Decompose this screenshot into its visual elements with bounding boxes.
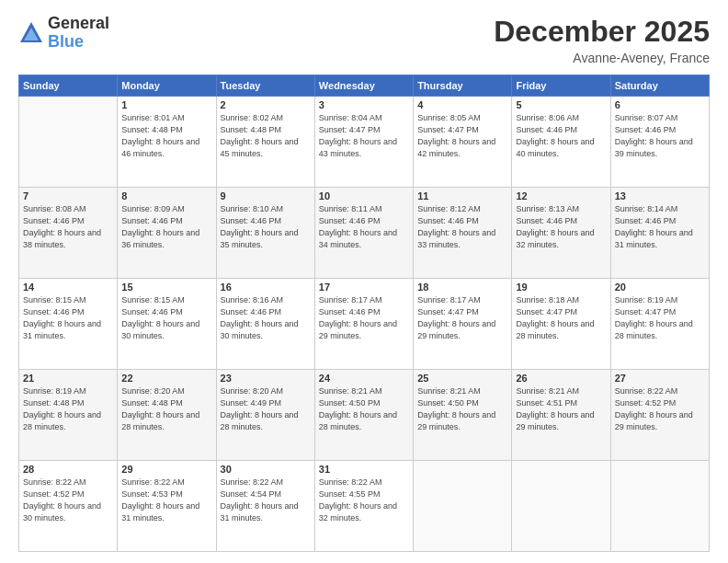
- day-number: 21: [23, 373, 113, 384]
- calendar-cell: 30Sunrise: 8:22 AMSunset: 4:54 PMDayligh…: [216, 461, 314, 552]
- day-number: 29: [121, 464, 211, 475]
- day-info: Sunrise: 8:22 AMSunset: 4:52 PMDaylight:…: [615, 385, 705, 433]
- day-info: Sunrise: 8:01 AMSunset: 4:48 PMDaylight:…: [121, 112, 211, 160]
- calendar-cell: 23Sunrise: 8:20 AMSunset: 4:49 PMDayligh…: [216, 370, 314, 461]
- weekday-header-wednesday: Wednesday: [314, 75, 413, 97]
- calendar-cell: 19Sunrise: 8:18 AMSunset: 4:47 PMDayligh…: [512, 279, 610, 370]
- day-info: Sunrise: 8:09 AMSunset: 4:46 PMDaylight:…: [121, 203, 211, 251]
- weekday-header-friday: Friday: [512, 75, 610, 97]
- day-info: Sunrise: 8:21 AMSunset: 4:51 PMDaylight:…: [516, 385, 606, 433]
- day-number: 5: [516, 99, 606, 110]
- day-number: 4: [417, 99, 507, 110]
- month-title: December 2025: [494, 15, 710, 49]
- day-number: 25: [417, 373, 507, 384]
- day-number: 9: [221, 190, 311, 201]
- day-number: 11: [417, 190, 507, 201]
- day-info: Sunrise: 8:20 AMSunset: 4:49 PMDaylight:…: [221, 385, 311, 433]
- day-info: Sunrise: 8:04 AMSunset: 4:47 PMDaylight:…: [319, 112, 409, 160]
- calendar-cell: 12Sunrise: 8:13 AMSunset: 4:46 PMDayligh…: [512, 188, 610, 279]
- calendar-cell: [512, 461, 610, 552]
- title-block: December 2025 Avanne-Aveney, France: [494, 15, 710, 65]
- calendar-cell: 22Sunrise: 8:20 AMSunset: 4:48 PMDayligh…: [118, 370, 216, 461]
- calendar-cell: 13Sunrise: 8:14 AMSunset: 4:46 PMDayligh…: [610, 188, 709, 279]
- day-info: Sunrise: 8:22 AMSunset: 4:53 PMDaylight:…: [121, 477, 211, 524]
- calendar-cell: 9Sunrise: 8:10 AMSunset: 4:46 PMDaylight…: [216, 188, 314, 279]
- calendar-cell: 14Sunrise: 8:15 AMSunset: 4:46 PMDayligh…: [19, 279, 118, 370]
- day-info: Sunrise: 8:21 AMSunset: 4:50 PMDaylight:…: [417, 385, 507, 433]
- day-number: 2: [221, 99, 311, 110]
- day-info: Sunrise: 8:22 AMSunset: 4:55 PMDaylight:…: [319, 477, 409, 524]
- day-info: Sunrise: 8:02 AMSunset: 4:48 PMDaylight:…: [221, 112, 311, 160]
- day-number: 18: [417, 282, 507, 293]
- day-info: Sunrise: 8:10 AMSunset: 4:46 PMDaylight:…: [221, 203, 311, 251]
- day-number: 22: [121, 373, 211, 384]
- day-info: Sunrise: 8:18 AMSunset: 4:47 PMDaylight:…: [516, 294, 606, 342]
- day-info: Sunrise: 8:12 AMSunset: 4:46 PMDaylight:…: [417, 203, 507, 251]
- day-number: 10: [319, 190, 409, 201]
- day-info: Sunrise: 8:22 AMSunset: 4:52 PMDaylight:…: [23, 477, 113, 524]
- day-number: 24: [319, 373, 409, 384]
- calendar-cell: 17Sunrise: 8:17 AMSunset: 4:46 PMDayligh…: [314, 279, 413, 370]
- day-number: 23: [221, 373, 311, 384]
- day-info: Sunrise: 8:15 AMSunset: 4:46 PMDaylight:…: [23, 294, 113, 342]
- calendar-cell: 31Sunrise: 8:22 AMSunset: 4:55 PMDayligh…: [314, 461, 413, 552]
- logo-blue: Blue: [48, 33, 109, 52]
- calendar-cell: 27Sunrise: 8:22 AMSunset: 4:52 PMDayligh…: [610, 370, 709, 461]
- logo-text: General Blue: [48, 15, 109, 52]
- day-number: 7: [23, 190, 113, 201]
- calendar-week-row: 28Sunrise: 8:22 AMSunset: 4:52 PMDayligh…: [19, 461, 710, 552]
- calendar-cell: 25Sunrise: 8:21 AMSunset: 4:50 PMDayligh…: [414, 370, 512, 461]
- day-number: 3: [319, 99, 409, 110]
- day-info: Sunrise: 8:21 AMSunset: 4:50 PMDaylight:…: [319, 385, 409, 433]
- calendar-cell: 3Sunrise: 8:04 AMSunset: 4:47 PMDaylight…: [314, 97, 413, 188]
- calendar-cell: 28Sunrise: 8:22 AMSunset: 4:52 PMDayligh…: [19, 461, 118, 552]
- calendar-cell: 15Sunrise: 8:15 AMSunset: 4:46 PMDayligh…: [118, 279, 216, 370]
- page: General Blue December 2025 Avanne-Aveney…: [0, 0, 728, 563]
- calendar-week-row: 1Sunrise: 8:01 AMSunset: 4:48 PMDaylight…: [19, 97, 710, 188]
- weekday-header-monday: Monday: [118, 75, 216, 97]
- weekday-header-saturday: Saturday: [610, 75, 709, 97]
- day-number: 8: [121, 190, 211, 201]
- calendar-cell: [19, 97, 118, 188]
- day-number: 31: [319, 464, 409, 475]
- day-info: Sunrise: 8:19 AMSunset: 4:47 PMDaylight:…: [615, 294, 705, 342]
- day-number: 12: [516, 190, 606, 201]
- day-info: Sunrise: 8:08 AMSunset: 4:46 PMDaylight:…: [23, 203, 113, 251]
- weekday-header-thursday: Thursday: [414, 75, 512, 97]
- logo-general: General: [48, 15, 109, 33]
- calendar-cell: 24Sunrise: 8:21 AMSunset: 4:50 PMDayligh…: [314, 370, 413, 461]
- day-number: 15: [121, 282, 211, 293]
- weekday-header-sunday: Sunday: [19, 75, 118, 97]
- day-info: Sunrise: 8:07 AMSunset: 4:46 PMDaylight:…: [615, 112, 705, 160]
- day-number: 27: [615, 373, 705, 384]
- day-info: Sunrise: 8:13 AMSunset: 4:46 PMDaylight:…: [516, 203, 606, 251]
- calendar-table: SundayMondayTuesdayWednesdayThursdayFrid…: [18, 75, 710, 552]
- weekday-header-tuesday: Tuesday: [216, 75, 314, 97]
- header: General Blue December 2025 Avanne-Aveney…: [18, 15, 710, 65]
- day-info: Sunrise: 8:06 AMSunset: 4:46 PMDaylight:…: [516, 112, 606, 160]
- calendar-cell: 10Sunrise: 8:11 AMSunset: 4:46 PMDayligh…: [314, 188, 413, 279]
- calendar-week-row: 14Sunrise: 8:15 AMSunset: 4:46 PMDayligh…: [19, 279, 710, 370]
- day-number: 1: [121, 99, 211, 110]
- day-number: 6: [615, 99, 705, 110]
- calendar-cell: 26Sunrise: 8:21 AMSunset: 4:51 PMDayligh…: [512, 370, 610, 461]
- calendar-cell: 20Sunrise: 8:19 AMSunset: 4:47 PMDayligh…: [610, 279, 709, 370]
- calendar-cell: 7Sunrise: 8:08 AMSunset: 4:46 PMDaylight…: [19, 188, 118, 279]
- day-number: 16: [221, 282, 311, 293]
- day-number: 13: [615, 190, 705, 201]
- calendar-cell: [610, 461, 709, 552]
- calendar-cell: 2Sunrise: 8:02 AMSunset: 4:48 PMDaylight…: [216, 97, 314, 188]
- calendar-cell: [414, 461, 512, 552]
- calendar-cell: 29Sunrise: 8:22 AMSunset: 4:53 PMDayligh…: [118, 461, 216, 552]
- logo: General Blue: [18, 15, 109, 52]
- calendar-week-row: 21Sunrise: 8:19 AMSunset: 4:48 PMDayligh…: [19, 370, 710, 461]
- location: Avanne-Aveney, France: [494, 51, 710, 65]
- day-info: Sunrise: 8:17 AMSunset: 4:46 PMDaylight:…: [319, 294, 409, 342]
- day-info: Sunrise: 8:20 AMSunset: 4:48 PMDaylight:…: [121, 385, 211, 433]
- day-number: 20: [615, 282, 705, 293]
- calendar-cell: 11Sunrise: 8:12 AMSunset: 4:46 PMDayligh…: [414, 188, 512, 279]
- calendar-week-row: 7Sunrise: 8:08 AMSunset: 4:46 PMDaylight…: [19, 188, 710, 279]
- day-number: 14: [23, 282, 113, 293]
- calendar-cell: 5Sunrise: 8:06 AMSunset: 4:46 PMDaylight…: [512, 97, 610, 188]
- calendar-cell: 8Sunrise: 8:09 AMSunset: 4:46 PMDaylight…: [118, 188, 216, 279]
